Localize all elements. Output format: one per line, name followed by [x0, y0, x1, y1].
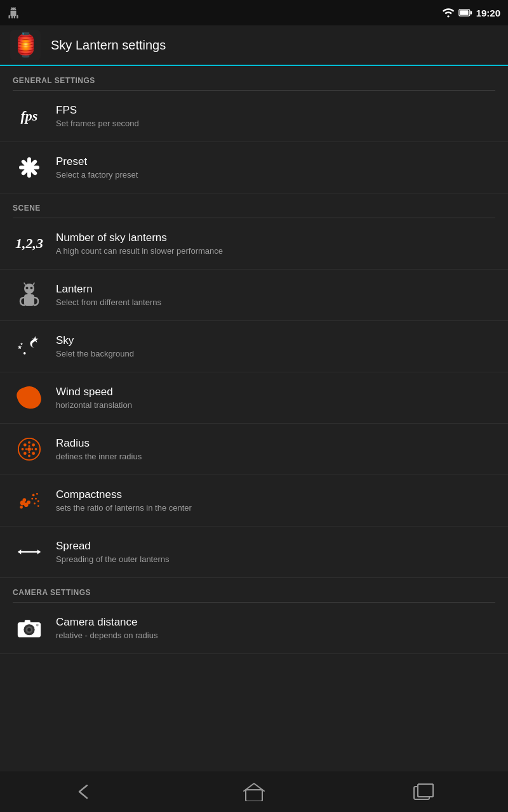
- compactness-text: Compactness sets the ratio of lanterns i…: [56, 488, 192, 513]
- wind-icon: [13, 381, 46, 414]
- nav-back-icon: [74, 783, 95, 801]
- svg-point-23: [32, 452, 35, 455]
- status-bar-right: 19:20: [442, 8, 500, 18]
- fps-subtitle: Set frames per second: [56, 119, 139, 128]
- wifi-icon: [442, 8, 455, 18]
- setting-item-number[interactable]: 1,2,3 Number of sky lanterns A high coun…: [0, 218, 508, 270]
- setting-item-preset[interactable]: Preset Select a factory preset: [0, 142, 508, 193]
- spread-icon: [13, 535, 46, 568]
- app-title: Sky Lantern settings: [51, 38, 166, 53]
- svg-point-27: [35, 448, 37, 450]
- camera-text: Camera distance relative - depends on ra…: [56, 616, 157, 640]
- svg-point-36: [27, 501, 30, 504]
- lantern-text: Lantern Select from different lanterns: [56, 283, 161, 307]
- svg-point-30: [29, 445, 30, 447]
- wind-text: Wind speed horizontal translation: [56, 386, 132, 410]
- number-subtitle: A high count can result in slower perfor…: [56, 246, 223, 256]
- svg-point-39: [35, 498, 37, 500]
- svg-point-9: [30, 287, 33, 289]
- preset-icon: [13, 151, 46, 184]
- section-header-general: GENERAL SETTINGS: [0, 66, 508, 90]
- svg-rect-12: [24, 294, 34, 306]
- nav-recents-button[interactable]: [404, 779, 443, 804]
- camera-setting-icon: [13, 612, 46, 645]
- setting-item-wind[interactable]: Wind speed horizontal translation: [0, 372, 508, 424]
- svg-point-25: [28, 455, 30, 457]
- setting-item-fps[interactable]: fps FPS Set frames per second: [0, 91, 508, 142]
- sky-stars-icon: [17, 334, 42, 359]
- setting-item-camera[interactable]: Camera distance relative - depends on ra…: [0, 603, 508, 654]
- svg-point-26: [22, 448, 24, 450]
- fps-icon: fps: [13, 100, 46, 133]
- bottom-spacer: [0, 654, 508, 667]
- compactness-subtitle: sets the ratio of lanterns in the center: [56, 503, 192, 513]
- sky-title: Sky: [56, 334, 134, 347]
- svg-rect-52: [25, 620, 30, 623]
- svg-point-31: [29, 451, 30, 453]
- svg-marker-45: [18, 549, 21, 554]
- sky-icon: [13, 330, 46, 363]
- lantern-icon: 🏮: [10, 30, 41, 60]
- preset-title: Preset: [56, 155, 138, 168]
- android-lantern-icon: [17, 282, 42, 308]
- setting-item-sky[interactable]: Sky Selet the background: [0, 321, 508, 372]
- wind-subtitle: horizontal translation: [56, 400, 132, 410]
- svg-rect-54: [246, 790, 262, 801]
- nav-home-button[interactable]: [235, 779, 273, 804]
- nav-home-icon: [243, 782, 265, 801]
- fps-text: FPS Set frames per second: [56, 104, 139, 128]
- svg-point-37: [32, 494, 35, 497]
- spread-arrows-icon: [17, 539, 42, 565]
- svg-point-38: [36, 493, 38, 495]
- battery-icon: [458, 8, 472, 17]
- radius-icon: [13, 433, 46, 466]
- lantern-subtitle: Select from different lanterns: [56, 298, 161, 307]
- camera-title: Camera distance: [56, 616, 157, 629]
- setting-item-lantern[interactable]: Lantern Select from different lanterns: [0, 270, 508, 321]
- svg-point-41: [37, 501, 39, 502]
- app-icon: 🏮: [10, 30, 41, 60]
- svg-rect-56: [418, 784, 433, 797]
- svg-point-21: [32, 443, 35, 447]
- svg-point-8: [26, 287, 29, 289]
- compactness-dots-icon: [17, 488, 42, 513]
- svg-point-28: [25, 449, 27, 450]
- preset-star-icon: [17, 155, 42, 180]
- preset-subtitle: Select a factory preset: [56, 170, 138, 180]
- svg-rect-53: [36, 624, 39, 627]
- settings-content: GENERAL SETTINGS fps FPS Set frames per …: [0, 66, 508, 771]
- setting-item-spread[interactable]: Spread Spreading of the outer lanterns: [0, 527, 508, 578]
- wind-title: Wind speed: [56, 386, 132, 398]
- setting-item-compactness[interactable]: Compactness sets the ratio of lanterns i…: [0, 475, 508, 527]
- setting-item-radius[interactable]: Radius defines the inner radius: [0, 424, 508, 475]
- lantern-title: Lantern: [56, 283, 161, 296]
- number-title: Number of sky lanterns: [56, 232, 223, 244]
- android-icon: [8, 7, 19, 18]
- svg-point-16: [23, 352, 26, 355]
- svg-rect-1: [460, 10, 469, 15]
- section-header-camera: CAMERA SETTINGS: [0, 578, 508, 602]
- camera-subtitle: relative - depends on radius: [56, 631, 157, 640]
- nav-back-button[interactable]: [65, 779, 104, 804]
- svg-point-51: [27, 628, 30, 631]
- svg-marker-17: [20, 343, 23, 345]
- svg-point-34: [23, 498, 27, 502]
- spread-text: Spread Spreading of the outer lanterns: [56, 540, 170, 564]
- radius-subtitle: defines the inner radius: [56, 452, 142, 461]
- fps-title: FPS: [56, 104, 139, 117]
- toolbar: 🏮 Sky Lantern settings: [0, 25, 508, 66]
- svg-point-43: [37, 505, 39, 507]
- svg-point-40: [31, 498, 33, 500]
- svg-point-20: [23, 443, 27, 447]
- radius-dots-icon: [17, 436, 42, 462]
- svg-point-22: [23, 452, 27, 455]
- svg-point-24: [28, 442, 30, 444]
- sky-subtitle: Selet the background: [56, 349, 134, 358]
- number-icon: 1,2,3: [13, 227, 46, 260]
- svg-point-35: [20, 506, 23, 509]
- radius-text: Radius defines the inner radius: [56, 437, 142, 461]
- compactness-title: Compactness: [56, 488, 192, 501]
- sky-text: Sky Selet the background: [56, 334, 134, 358]
- status-bar: 19:20: [0, 0, 508, 25]
- lantern-setting-icon: [13, 278, 46, 311]
